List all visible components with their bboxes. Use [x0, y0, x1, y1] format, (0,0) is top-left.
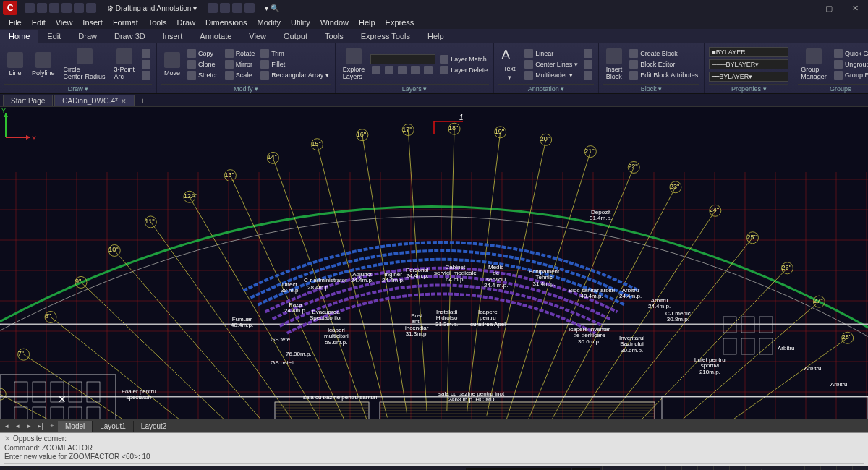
menu-utility[interactable]: Utility [286, 17, 315, 27]
status-snap-icon[interactable]: ⊞ [650, 466, 665, 470]
layout-tab-model[interactable]: Model [58, 421, 93, 432]
draw-misc2[interactable] [140, 59, 152, 69]
maximize-button[interactable]: ▢ [816, 0, 842, 16]
qat-new-icon[interactable] [25, 3, 35, 13]
stretch-button[interactable]: Stretch [186, 70, 221, 80]
tab-output[interactable]: Output [275, 30, 316, 43]
layer-btn-4[interactable] [409, 65, 421, 75]
scale-button[interactable]: Scale [224, 70, 257, 80]
menu-window[interactable]: Window [316, 17, 353, 27]
layer-delete-button[interactable]: Layer Delete [438, 65, 489, 75]
tab-insert[interactable]: Insert [154, 30, 192, 43]
qat-save-icon[interactable] [49, 3, 59, 13]
menu-format[interactable]: Format [109, 17, 142, 27]
layer-btn-2[interactable] [383, 65, 395, 75]
status-grid2-icon[interactable]: ⊡ [681, 466, 697, 470]
move-button[interactable]: Move [161, 51, 183, 78]
qat-print-icon[interactable] [61, 3, 72, 13]
status-gear-icon[interactable]: ⚙ [804, 466, 820, 470]
layout-tab-1[interactable]: Layout1 [93, 421, 134, 432]
qat-redo-icon[interactable] [86, 3, 96, 13]
ungroup-button[interactable]: Ungroup [833, 59, 868, 69]
tab-draw[interactable]: Draw [69, 30, 106, 43]
copy-button[interactable]: Copy [186, 48, 221, 59]
status-pen-icon[interactable]: ✎ [602, 466, 618, 470]
tab-annotate[interactable]: Annotate [191, 30, 240, 43]
layout-nav-next[interactable]: ▸ [23, 422, 35, 430]
mirror-button[interactable]: Mirror [224, 59, 257, 69]
panel-annotation-title[interactable]: Annotation ▾ [498, 84, 594, 93]
group-manager-button[interactable]: Group Manager [798, 47, 830, 82]
tab-view[interactable]: View [240, 30, 275, 43]
qat-open-icon[interactable] [37, 3, 47, 13]
menu-view[interactable]: View [51, 17, 77, 27]
quick-group-button[interactable]: Quick Group [833, 48, 868, 59]
anno-btn-1[interactable] [582, 48, 594, 59]
layout-add[interactable]: + [46, 422, 58, 430]
workspace-selector[interactable]: ⚙ Drafting and Annotation ▾ [101, 4, 203, 12]
linetype-combo[interactable]: ─── BYLAYER ▾ [709, 59, 788, 69]
status-scale[interactable]: ⛓ 1:1 [634, 466, 650, 470]
layer-combo[interactable]: ■ BYLAYER [709, 47, 788, 57]
qat-undo-icon[interactable] [74, 3, 84, 13]
layer-btn-5[interactable] [422, 65, 434, 75]
trim-button[interactable]: Trim [259, 48, 331, 59]
draw-misc3[interactable] [140, 70, 152, 80]
edit-block-attr-button[interactable]: Edit Block Attributes [628, 70, 699, 80]
menu-tools[interactable]: Tools [144, 17, 171, 27]
panel-properties-title[interactable]: Properties ▾ [709, 84, 788, 93]
menu-modify[interactable]: Modify [253, 17, 285, 27]
circle-button[interactable]: Circle Center-Radius [61, 47, 109, 82]
command-line[interactable]: ✕ Opposite corner: Command: ZOOMFACTOR E… [0, 432, 868, 466]
status-menu-icon[interactable]: ≡ [852, 466, 868, 470]
layout-tab-2[interactable]: Layout2 [134, 421, 175, 432]
tab-edit[interactable]: Edit [38, 30, 69, 43]
tab-home[interactable]: Home [0, 30, 38, 43]
menu-dimensions[interactable]: Dimensions [201, 17, 251, 27]
arc-button[interactable]: 3-Point Arc [111, 47, 138, 82]
qat-misc3-icon[interactable] [232, 3, 242, 13]
tab-tools[interactable]: Tools [316, 30, 352, 43]
status-tile-icon[interactable]: ⊟ [729, 466, 745, 470]
close-button[interactable]: ✕ [842, 0, 868, 16]
panel-draw-title[interactable]: Draw ▾ [4, 84, 152, 93]
menu-help[interactable]: Help [354, 17, 380, 27]
layer-btn-1[interactable] [370, 65, 382, 75]
tab-add-button[interactable]: + [136, 96, 150, 106]
polyline-button[interactable]: Polyline [29, 51, 58, 78]
linear-dim-button[interactable]: Linear [523, 48, 579, 59]
tab-draw3d[interactable]: Draw 3D [106, 30, 154, 43]
cmd-close-icon[interactable]: ✕ [4, 435, 10, 443]
qat-misc1-icon[interactable] [208, 3, 218, 13]
menu-insert[interactable]: Insert [78, 17, 107, 27]
rotate-button[interactable]: Rotate [224, 48, 257, 59]
menu-edit[interactable]: Edit [27, 17, 50, 27]
status-lwt-icon[interactable]: ≡ [713, 466, 729, 470]
rect-array-button[interactable]: Rectangular Array ▾ [259, 70, 331, 80]
lineweight-combo[interactable]: ━━ BYLAYER ▾ [709, 72, 788, 82]
layer-match-button[interactable]: Layer Match [438, 54, 489, 64]
panel-modify-title[interactable]: Modify ▾ [161, 84, 331, 93]
clone-button[interactable]: Clone [186, 59, 221, 69]
anno-btn-3[interactable] [582, 70, 594, 80]
status-grid-icon[interactable]: ▦ [665, 466, 681, 470]
text-button[interactable]: AText▾ [498, 46, 520, 82]
draw-misc1[interactable] [140, 48, 152, 59]
qat-misc2-icon[interactable] [220, 3, 230, 13]
status-ortho-icon[interactable]: + [618, 466, 634, 470]
status-osnap-icon[interactable]: □ [697, 466, 713, 470]
qat-misc4-icon[interactable] [244, 3, 255, 13]
insert-block-button[interactable]: Insert Block [603, 47, 626, 82]
group-edit-button[interactable]: Group Edit [833, 70, 868, 80]
fillet-button[interactable]: Fillet [259, 59, 331, 69]
explore-layers-button[interactable]: Explore Layers [340, 47, 368, 82]
tab-document[interactable]: CADian_DWG.4*✕ [54, 95, 135, 106]
status-expand-icon[interactable]: ⤢ [836, 466, 852, 470]
status-refresh-icon[interactable]: ↻ [820, 466, 836, 470]
tab-express[interactable]: Express Tools [352, 30, 419, 43]
centerlines-button[interactable]: Center Lines ▾ [523, 59, 579, 69]
menu-draw[interactable]: Draw [172, 17, 200, 27]
tab-start-page[interactable]: Start Page [3, 95, 53, 106]
anno-btn-2[interactable] [582, 59, 594, 69]
multileader-button[interactable]: Multileader ▾ [523, 70, 579, 80]
